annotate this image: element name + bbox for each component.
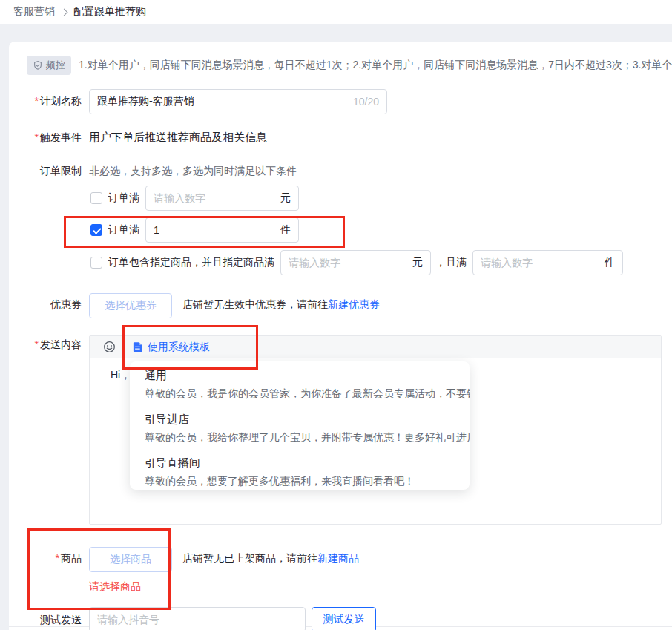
form-card: 频控 1.对单个用户，同店铺下同消息场景消息，每日不超过1次；2.对单个用户，同… xyxy=(9,42,672,630)
template-option-general[interactable]: 通用 尊敬的会员，我是你的会员管家，为你准备了最新会员专属活动，不要错过哦！ xyxy=(145,367,455,401)
frequency-notice-text: 1.对单个用户，同店铺下同消息场景消息，每日不超过1次；2.对单个用户，同店铺下… xyxy=(79,59,672,72)
document-icon xyxy=(132,341,143,352)
char-counter: 10/20 xyxy=(353,96,379,108)
template-title: 引导进店 xyxy=(145,411,455,427)
use-system-template-label: 使用系统模板 xyxy=(148,341,210,354)
plan-name-label: *计划名称 xyxy=(9,95,82,108)
breadcrumb-parent[interactable]: 客服营销 xyxy=(13,5,55,19)
select-coupon-button[interactable]: 选择优惠券 xyxy=(89,293,172,318)
product-label: *商品 xyxy=(9,552,82,565)
template-option-guide-to-livestream[interactable]: 引导直播间 尊敬的会员，想要了解更多优惠福利，来我直播间看看吧！ xyxy=(145,455,455,489)
condition-prefix: 订单满 xyxy=(108,223,139,237)
condition-order-quantity: 订单满 件 xyxy=(90,217,299,243)
frequency-badge-label: 频控 xyxy=(46,59,65,72)
condition-mid: ，且满 xyxy=(435,256,467,269)
select-product-button[interactable]: 选择商品 xyxy=(89,547,172,572)
send-content-label: *发送内容 xyxy=(9,338,82,352)
page-title: 配置跟单推荐购 xyxy=(73,5,146,19)
test-send-label: 测试发送 xyxy=(9,614,82,627)
order-amount-input[interactable] xyxy=(146,186,280,210)
test-send-button[interactable]: 测试发送 xyxy=(312,607,376,630)
checkbox-order-amount[interactable] xyxy=(90,192,102,204)
trigger-value: 用户下单后推送推荐商品及相关信息 xyxy=(89,129,267,145)
product-hint: 店铺暂无已上架商品，请前往新建商品 xyxy=(182,552,359,565)
trigger-label: *触发事件 xyxy=(9,129,82,145)
order-limit-label: 订单限制 xyxy=(9,163,82,179)
plan-name-input[interactable] xyxy=(90,90,386,114)
template-desc: 尊敬的会员，想要了解更多优惠福利，来我直播间看看吧！ xyxy=(145,473,455,489)
condition-prefix: 订单满 xyxy=(108,191,139,205)
product-error-message: 请选择商品 xyxy=(89,580,141,594)
use-system-template-button[interactable]: 使用系统模板 xyxy=(132,341,210,354)
chevron-right-icon xyxy=(61,8,68,16)
smiley-icon xyxy=(103,341,116,353)
coupon-hint: 店铺暂无生效中优惠券，请前往新建优惠券 xyxy=(182,298,380,312)
divider xyxy=(27,79,672,79)
emoji-button[interactable] xyxy=(103,341,116,353)
unit-jian: 件 xyxy=(280,223,298,237)
checkbox-order-quantity[interactable] xyxy=(90,224,102,236)
specified-amount-input[interactable] xyxy=(281,251,412,275)
checkbox-specified-product[interactable] xyxy=(90,257,102,269)
douyin-id-input[interactable] xyxy=(90,608,305,630)
unit-yuan: 元 xyxy=(412,256,430,269)
template-desc: 尊敬的会员，我给你整理了几个宝贝，并附带专属优惠！更多好礼可进店铺查看！ xyxy=(145,429,455,445)
frequency-badge: 频控 xyxy=(27,56,71,75)
condition-specified-product: 订单包含指定商品，并且指定商品满 元 ，且满 件 xyxy=(90,250,623,275)
breadcrumb: 客服营销 配置跟单推荐购 xyxy=(0,0,672,24)
create-product-link[interactable]: 新建商品 xyxy=(317,552,359,564)
template-dropdown: 通用 尊敬的会员，我是你的会员管家，为你准备了最新会员专属活动，不要错过哦！ 引… xyxy=(130,361,470,490)
order-limit-hint: 非必选，支持多选，多选为同时满足以下条件 xyxy=(89,163,297,179)
condition-prefix: 订单包含指定商品，并且指定商品满 xyxy=(108,256,274,269)
template-title: 通用 xyxy=(145,367,455,384)
order-quantity-input[interactable] xyxy=(146,218,280,242)
coupon-label: 优惠券 xyxy=(9,298,82,312)
shield-check-icon xyxy=(33,60,43,70)
editor-toolbar: 使用系统模板 xyxy=(90,336,661,358)
unit-yuan: 元 xyxy=(280,191,298,205)
unit-jian: 件 xyxy=(605,256,622,269)
template-title: 引导直播间 xyxy=(145,455,455,471)
template-desc: 尊敬的会员，我是你的会员管家，为你准备了最新会员专属活动，不要错过哦！ xyxy=(145,385,455,401)
frequency-notice: 频控 1.对单个用户，同店铺下同消息场景消息，每日不超过1次；2.对单个用户，同… xyxy=(27,55,672,76)
create-coupon-link[interactable]: 新建优惠券 xyxy=(328,298,380,310)
specified-quantity-input[interactable] xyxy=(473,251,605,275)
plan-name-field-box: 10/20 xyxy=(89,89,387,114)
template-option-guide-to-shop[interactable]: 引导进店 尊敬的会员，我给你整理了几个宝贝，并附带专属优惠！更多好礼可进店铺查看… xyxy=(145,411,455,445)
condition-order-amount: 订单满 元 xyxy=(90,186,299,211)
